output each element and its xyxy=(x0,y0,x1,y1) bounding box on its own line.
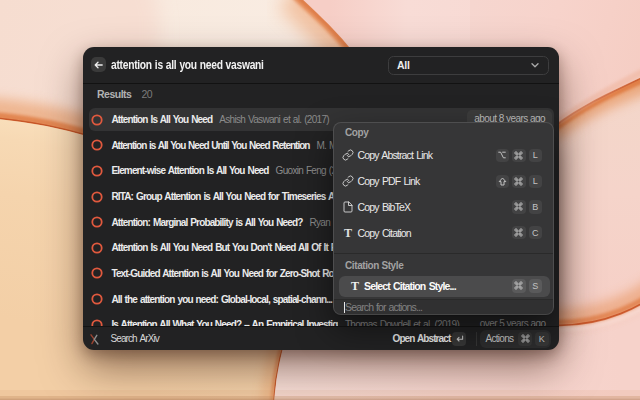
svg-text:T: T xyxy=(344,227,352,239)
svg-text:T: T xyxy=(350,280,358,292)
